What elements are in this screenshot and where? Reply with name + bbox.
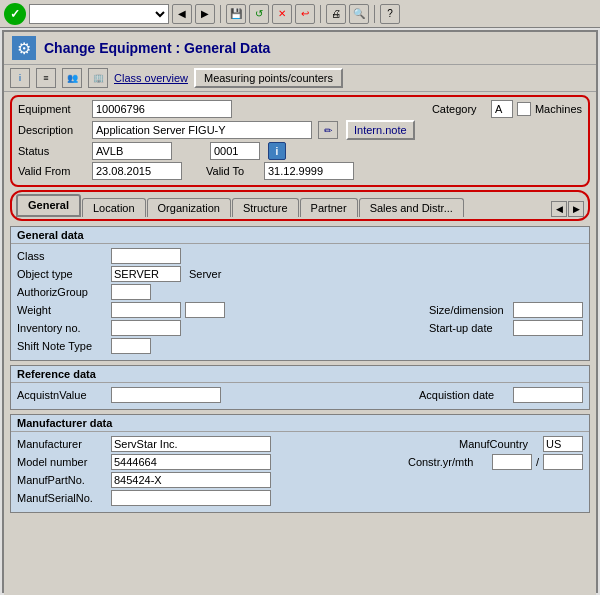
constr-slash: / — [536, 456, 539, 468]
startup-input[interactable] — [513, 320, 583, 336]
back-btn[interactable]: ◀ — [172, 4, 192, 24]
general-data-title: General data — [11, 227, 589, 244]
description-row: Description ✏ Intern.note — [18, 120, 582, 140]
tab-scroll-right[interactable]: ▶ — [568, 201, 584, 217]
cancel-btn[interactable]: ✕ — [272, 4, 292, 24]
undo-btn[interactable]: ↩ — [295, 4, 315, 24]
content-area: General data Class Object type Server Au… — [4, 224, 596, 595]
status-row: Status i — [18, 142, 582, 160]
acquistion-date-label: Acquistion date — [419, 389, 509, 401]
tab-general[interactable]: General — [16, 194, 81, 217]
manuf-country-input[interactable] — [543, 436, 583, 452]
category-name: Machines — [535, 103, 582, 115]
category-input[interactable] — [491, 100, 513, 118]
acquistn-input[interactable] — [111, 387, 221, 403]
manufacturer-data-body: Manufacturer ManufCountry Model number C… — [11, 432, 589, 512]
constr-mth-input[interactable] — [543, 454, 583, 470]
authoriz-label: AuthorizGroup — [17, 286, 107, 298]
class-row: Class — [17, 248, 583, 264]
manufacturer-label: Manufacturer — [17, 438, 107, 450]
constr-yr-input[interactable] — [492, 454, 532, 470]
class-overview-link[interactable]: Class overview — [114, 72, 188, 84]
weight-unit-input[interactable] — [185, 302, 225, 318]
constr-label: Constr.yr/mth — [408, 456, 488, 468]
size-input[interactable] — [513, 302, 583, 318]
inventory-label: Inventory no. — [17, 322, 107, 334]
shift-input[interactable] — [111, 338, 151, 354]
inventory-row: Inventory no. Start-up date — [17, 320, 583, 336]
valid-to-input[interactable] — [264, 162, 354, 180]
authoriz-input[interactable] — [111, 284, 151, 300]
sap-logo: ✓ — [4, 3, 26, 25]
main-toolbar: ✓ ◀ ▶ 💾 ↺ ✕ ↩ 🖨 🔍 ? — [0, 0, 600, 28]
sep1 — [220, 5, 221, 23]
startup-label: Start-up date — [429, 322, 509, 334]
general-data-body: Class Object type Server AuthorizGroup W… — [11, 244, 589, 360]
acquistn-row: AcquistnValue Acquistion date — [17, 387, 583, 403]
list-icon[interactable]: ≡ — [36, 68, 56, 88]
class-input[interactable] — [111, 248, 181, 264]
reference-data-body: AcquistnValue Acquistion date — [11, 383, 589, 409]
status-label: Status — [18, 145, 88, 157]
status-info-btn[interactable]: i — [268, 142, 286, 160]
model-label: Model number — [17, 456, 107, 468]
equipment-row: Equipment Category Machines — [18, 100, 582, 118]
tab-partner[interactable]: Partner — [300, 198, 358, 217]
valid-from-label: Valid From — [18, 165, 88, 177]
refresh-btn[interactable]: ↺ — [249, 4, 269, 24]
tab-sales[interactable]: Sales and Distr... — [359, 198, 464, 217]
inventory-input[interactable] — [111, 320, 181, 336]
help-btn[interactable]: ? — [380, 4, 400, 24]
manufacturer-input[interactable] — [111, 436, 271, 452]
equipment-input[interactable] — [92, 100, 232, 118]
manuf-part-row: ManufPartNo. — [17, 472, 583, 488]
manuf-serial-input[interactable] — [111, 490, 271, 506]
save-btn[interactable]: 💾 — [226, 4, 246, 24]
title-icon: ⚙ — [12, 36, 36, 60]
valid-from-input[interactable] — [92, 162, 182, 180]
object-type-row: Object type Server — [17, 266, 583, 282]
valid-to-label: Valid To — [206, 165, 256, 177]
object-type-label: Object type — [17, 268, 107, 280]
weight-row: Weight Size/dimension — [17, 302, 583, 318]
equipment-info-section: Equipment Category Machines Description … — [10, 95, 590, 187]
tabs-section: General Location Organization Structure … — [10, 190, 590, 221]
model-input[interactable] — [111, 454, 271, 470]
tab-scroll-left[interactable]: ◀ — [551, 201, 567, 217]
weight-label: Weight — [17, 304, 107, 316]
status-input[interactable] — [92, 142, 172, 160]
users-icon[interactable]: 👥 — [62, 68, 82, 88]
print-btn[interactable]: 🖨 — [326, 4, 346, 24]
description-label: Description — [18, 124, 88, 136]
title-bar: ⚙ Change Equipment : General Data — [4, 32, 596, 65]
edit-icon-btn[interactable]: ✏ — [318, 121, 338, 139]
manuf-part-input[interactable] — [111, 472, 271, 488]
tab-location[interactable]: Location — [82, 198, 146, 217]
object-type-input[interactable] — [111, 266, 181, 282]
forward-btn[interactable]: ▶ — [195, 4, 215, 24]
weight-input[interactable] — [111, 302, 181, 318]
toolbar-dropdown[interactable] — [29, 4, 169, 24]
category-checkbox[interactable] — [517, 102, 531, 116]
manuf-part-label: ManufPartNo. — [17, 474, 107, 486]
class-label: Class — [17, 250, 107, 262]
info-icon[interactable]: i — [10, 68, 30, 88]
status-code-input[interactable] — [210, 142, 260, 160]
manuf-country-label: ManufCountry — [459, 438, 539, 450]
intern-note-btn[interactable]: Intern.note — [346, 120, 415, 140]
shift-row: Shift Note Type — [17, 338, 583, 354]
find-btn[interactable]: 🔍 — [349, 4, 369, 24]
size-label: Size/dimension — [429, 304, 509, 316]
authoriz-row: AuthorizGroup — [17, 284, 583, 300]
manuf-serial-label: ManufSerialNo. — [17, 492, 107, 504]
tab-organization[interactable]: Organization — [147, 198, 231, 217]
acquistion-date-input[interactable] — [513, 387, 583, 403]
manuf-serial-row: ManufSerialNo. — [17, 490, 583, 506]
valid-row: Valid From Valid To — [18, 162, 582, 180]
description-input[interactable] — [92, 121, 312, 139]
tab-structure[interactable]: Structure — [232, 198, 299, 217]
measuring-points-btn[interactable]: Measuring points/counters — [194, 68, 343, 88]
reference-data-panel: Reference data AcquistnValue Acquistion … — [10, 365, 590, 410]
category-label: Category — [432, 103, 487, 115]
org-icon[interactable]: 🏢 — [88, 68, 108, 88]
